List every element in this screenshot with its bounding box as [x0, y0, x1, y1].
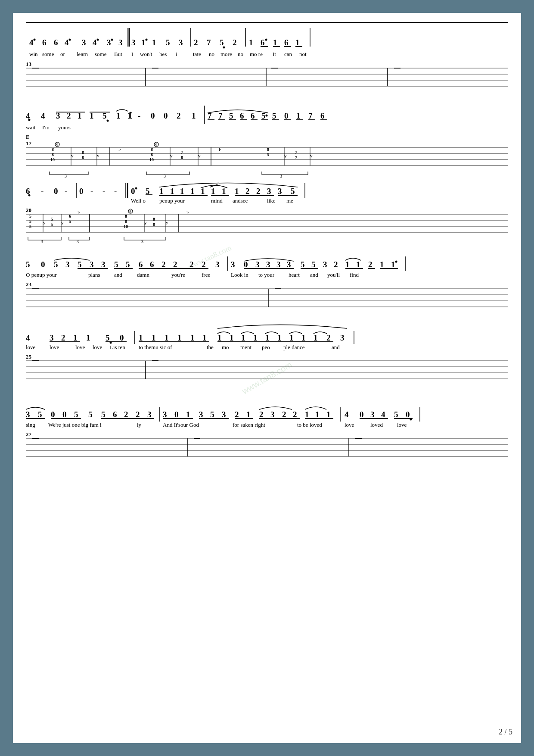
- page-number: 2 / 5: [499, 728, 512, 737]
- svg-point-277: [395, 261, 397, 263]
- svg-text:to be loved: to be loved: [297, 422, 322, 428]
- svg-text:5: 5: [146, 187, 150, 196]
- svg-text:to your: to your: [258, 272, 275, 278]
- svg-text:1̂: 1̂: [127, 111, 133, 120]
- svg-text:23: 23: [26, 281, 32, 287]
- svg-point-2: [34, 39, 36, 41]
- svg-text:7: 7: [218, 111, 223, 120]
- svg-text:5: 5: [38, 410, 42, 419]
- svg-text:6: 6: [42, 38, 47, 47]
- svg-text:5: 5: [394, 410, 398, 419]
- svg-text:2: 2: [282, 410, 286, 419]
- svg-text:like: like: [267, 197, 276, 204]
- svg-text:3: 3: [26, 410, 30, 419]
- svg-text:3: 3: [370, 410, 375, 419]
- svg-text:E: E: [26, 134, 30, 140]
- svg-text:penup your: penup your: [159, 197, 185, 204]
- svg-text:3: 3: [215, 260, 220, 269]
- svg-text:1: 1: [159, 187, 164, 196]
- svg-text:2: 2: [259, 410, 264, 419]
- svg-text:5: 5: [69, 219, 71, 224]
- svg-text:I'm: I'm: [42, 124, 50, 131]
- svg-text:1: 1: [289, 333, 294, 342]
- svg-text:6: 6: [150, 260, 154, 269]
- svg-text:3: 3: [179, 38, 183, 47]
- svg-text:2: 2: [245, 187, 250, 196]
- svg-text:or: or: [60, 51, 65, 57]
- svg-text:free: free: [202, 272, 210, 278]
- svg-text:1: 1: [301, 333, 306, 342]
- svg-text:3: 3: [222, 410, 226, 419]
- svg-text:y: y: [170, 153, 173, 158]
- svg-text:8: 8: [153, 222, 155, 227]
- svg-text:1: 1: [314, 333, 318, 342]
- svg-text:love: love: [50, 344, 59, 350]
- svg-text:for saken right: for saken right: [233, 422, 265, 428]
- svg-text:1: 1: [152, 38, 156, 47]
- svg-text:0: 0: [131, 187, 135, 196]
- svg-text:6: 6: [139, 260, 143, 269]
- svg-text:5: 5: [114, 260, 118, 269]
- svg-text:-: -: [65, 187, 67, 196]
- svg-text:and: and: [332, 344, 340, 350]
- svg-text:1: 1: [235, 187, 239, 196]
- svg-text:y: y: [71, 153, 74, 158]
- svg-text:1: 1: [170, 187, 174, 196]
- svg-text:5: 5: [29, 224, 31, 229]
- svg-text:3: 3: [107, 38, 111, 47]
- svg-text:4: 4: [41, 111, 45, 120]
- svg-text:We're just one big fam i: We're just one big fam i: [48, 422, 102, 428]
- svg-text:8: 8: [125, 219, 127, 224]
- svg-text:love: love: [75, 344, 85, 350]
- svg-text:hes: hes: [159, 51, 167, 57]
- svg-text:1: 1: [241, 333, 245, 342]
- svg-text:can: can: [284, 51, 292, 57]
- svg-text:2: 2: [326, 333, 331, 342]
- svg-text:l·: l·: [118, 147, 121, 152]
- svg-text:3: 3: [56, 111, 60, 120]
- svg-text:8: 8: [125, 214, 127, 219]
- svg-text:you're: you're: [171, 272, 185, 278]
- svg-text:yours: yours: [58, 124, 71, 131]
- svg-text:wait: wait: [26, 124, 36, 131]
- svg-text:-: -: [90, 187, 93, 196]
- svg-text:4: 4: [345, 410, 349, 419]
- svg-text:4: 4: [26, 333, 30, 342]
- svg-text:3: 3: [90, 260, 94, 269]
- svg-text:5: 5: [229, 111, 233, 120]
- svg-text:0: 0: [151, 111, 155, 120]
- svg-text:1: 1: [295, 38, 300, 47]
- svg-text:6: 6: [320, 111, 325, 120]
- svg-text:y: y: [144, 220, 147, 225]
- svg-text:4: 4: [29, 38, 34, 47]
- svg-text:7: 7: [308, 111, 313, 120]
- svg-text:3: 3: [231, 260, 235, 269]
- svg-text:2: 2: [173, 260, 177, 269]
- svg-text:1: 1: [380, 260, 384, 269]
- svg-text:-: -: [138, 111, 140, 120]
- svg-text:5: 5: [220, 38, 224, 47]
- svg-text:20: 20: [26, 207, 31, 213]
- svg-text:2: 2: [124, 410, 128, 419]
- svg-text:1: 1: [217, 333, 222, 342]
- svg-text:l·: l·: [78, 210, 80, 215]
- svg-text:8: 8: [151, 147, 153, 152]
- svg-text:7: 7: [181, 150, 183, 155]
- svg-point-17: [146, 39, 148, 41]
- svg-text:1: 1: [141, 38, 146, 47]
- svg-text:6: 6: [69, 214, 71, 219]
- svg-text:y: y: [310, 153, 313, 158]
- svg-text:O penup your: O penup your: [26, 272, 57, 278]
- svg-text:-: -: [41, 187, 43, 196]
- svg-text:S: S: [129, 209, 131, 214]
- svg-text:me: me: [286, 197, 293, 204]
- svg-text:not: not: [299, 51, 307, 57]
- svg-text:loved: loved: [370, 422, 383, 428]
- svg-text:love: love: [26, 344, 36, 350]
- svg-text:5: 5: [78, 260, 82, 269]
- svg-text:It: It: [273, 51, 276, 57]
- svg-text:1: 1: [186, 410, 190, 419]
- svg-text:2: 2: [368, 260, 373, 269]
- svg-text:-: -: [114, 187, 117, 196]
- svg-text:1: 1: [222, 187, 226, 196]
